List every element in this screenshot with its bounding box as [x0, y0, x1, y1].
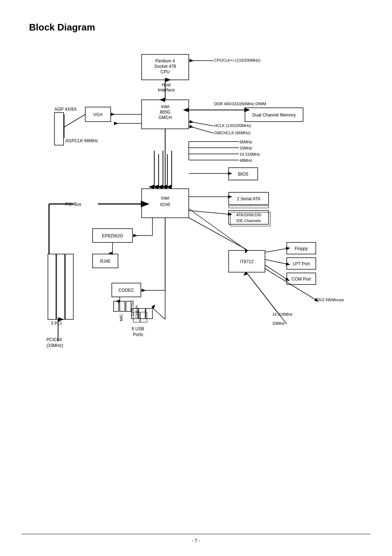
svg-text:IT8712: IT8712 — [240, 259, 254, 264]
svg-text:Pentium 4: Pentium 4 — [155, 58, 175, 64]
svg-text:BIOS: BIOS — [238, 172, 249, 177]
page-title: Block Diagram — [29, 22, 95, 33]
svg-text:COM Port: COM Port — [291, 277, 311, 282]
svg-text:2 Serial ATA: 2 Serial ATA — [237, 196, 261, 201]
svg-text:Line-In: Line-In — [134, 305, 139, 318]
svg-rect-107 — [120, 301, 125, 311]
svg-text:PS/2 KB/Mouse: PS/2 KB/Mouse — [316, 298, 344, 302]
svg-text:IDE Channels: IDE Channels — [236, 218, 261, 223]
svg-text:CPU: CPU — [160, 69, 170, 74]
svg-text:GMCHCLK (66MHz): GMCHCLK (66MHz) — [214, 131, 250, 135]
svg-text:14.318MHz: 14.318MHz — [240, 152, 260, 156]
svg-text:865G: 865G — [160, 110, 170, 115]
svg-line-29 — [189, 126, 213, 133]
page-number: - 7 - — [192, 538, 200, 543]
svg-text:ICH5: ICH5 — [160, 202, 170, 207]
svg-text:Dual Channel Memory: Dual Channel Memory — [252, 113, 295, 118]
svg-text:14.318MHz: 14.318MHz — [272, 312, 293, 316]
svg-text:66MHz: 66MHz — [240, 140, 252, 144]
svg-line-61 — [189, 210, 228, 214]
svg-text:Intel: Intel — [161, 104, 170, 109]
svg-text:Host: Host — [162, 82, 171, 87]
svg-line-115 — [247, 273, 287, 324]
block-diagram: Pentium 4 Socket 478 CPU CPUCLK+/-(133/2… — [22, 44, 370, 515]
svg-text:AGP 4X/8X: AGP 4X/8X — [54, 107, 77, 112]
svg-line-27 — [189, 122, 213, 126]
svg-text:PCICLK: PCICLK — [46, 337, 62, 342]
svg-text:Ports: Ports — [133, 332, 143, 337]
svg-line-18 — [64, 114, 85, 127]
svg-text:(33MHz): (33MHz) — [46, 343, 63, 348]
svg-text:HCLK (133/200MHz): HCLK (133/200MHz) — [214, 123, 251, 128]
svg-text:ATA33/66/100: ATA33/66/100 — [236, 213, 261, 217]
svg-text:CPUCLK+/-(133/200MHz): CPUCLK+/-(133/200MHz) — [214, 58, 260, 62]
svg-text:6 USB: 6 USB — [132, 326, 144, 331]
svg-text:EP82562G: EP82562G — [102, 233, 123, 238]
svg-rect-86 — [57, 254, 65, 319]
svg-text:GMCH: GMCH — [159, 115, 172, 120]
svg-line-102 — [152, 308, 165, 319]
svg-text:AGPCLK 66MHz: AGPCLK 66MHz — [65, 138, 98, 143]
svg-line-76 — [265, 259, 286, 264]
svg-text:Intel: Intel — [161, 196, 170, 201]
svg-text:48MHz: 48MHz — [240, 158, 252, 163]
svg-text:33MHz: 33MHz — [272, 321, 285, 326]
svg-rect-85 — [48, 254, 56, 319]
svg-line-79 — [265, 265, 286, 279]
svg-text:Socket 478: Socket 478 — [154, 64, 176, 69]
svg-text:VGA: VGA — [93, 112, 102, 117]
svg-text:33MHz: 33MHz — [240, 146, 252, 150]
svg-rect-16 — [54, 113, 64, 145]
svg-text:Floppy: Floppy — [295, 246, 308, 251]
svg-text:MIC: MIC — [119, 314, 123, 321]
svg-line-73 — [265, 249, 286, 252]
svg-text:Interface: Interface — [158, 87, 175, 93]
svg-text:CODEC: CODEC — [118, 288, 134, 293]
svg-text:3 PCI: 3 PCI — [51, 321, 62, 326]
svg-text:RJ45: RJ45 — [100, 259, 110, 264]
footer-line — [22, 534, 370, 534]
svg-text:DDR 400/333/266MHz DIMM: DDR 400/333/266MHz DIMM — [214, 102, 266, 106]
svg-rect-106 — [114, 301, 119, 311]
svg-rect-55 — [229, 206, 269, 208]
svg-text:LPT Port: LPT Port — [293, 261, 310, 266]
svg-rect-87 — [65, 254, 73, 319]
